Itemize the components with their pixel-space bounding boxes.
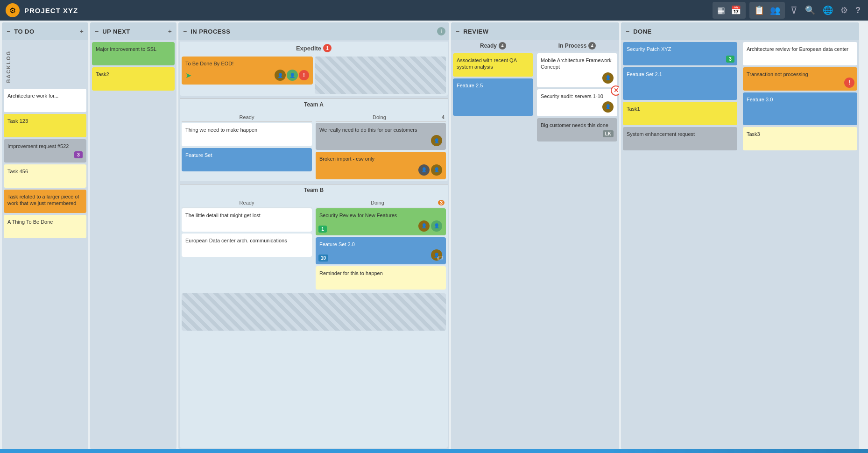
calendar-view-icon[interactable]: 📅 (729, 3, 743, 17)
done-body: Security Patch XYZ 3 Feature Set 2.1 Tas… (621, 40, 859, 449)
header-right: ▦ 📅 📋 👥 ⊽ 🔍 🌐 ⚙ ? (713, 2, 862, 19)
card-ta-ready-1[interactable]: Thing we need to make happen (182, 123, 312, 146)
avatar-ta1: 👤 (431, 135, 442, 146)
inprocess-label: IN PROCESS (191, 28, 230, 35)
team-b-doing-col: Doing 3 Security Review for New Features… (314, 197, 448, 292)
card-todo-4[interactable]: Task 456 (4, 164, 86, 188)
card-todo-2[interactable]: Task 123 (4, 114, 86, 137)
review-ready-label: Ready (480, 42, 497, 49)
review-inprocess-body: Mobile Architecture Framework Concept 👤 … (535, 51, 619, 449)
card-done1-badge: 3 (726, 56, 734, 63)
review-inprocess-header: In Process 4 (535, 40, 619, 51)
team-a-ready-cards: Thing we need to make happen Feature Set (182, 123, 312, 171)
priority-arrow-icon: ➤ (185, 71, 191, 80)
team-a-doing-label: Doing 4 (316, 113, 446, 122)
card-rev-ready-2[interactable]: Feature 2.5 (453, 78, 533, 116)
team-b-ready-cards: The little detail that might get lost Eu… (182, 208, 312, 257)
team-b-ready-label: Ready (182, 198, 312, 207)
review-collapse-btn[interactable]: − (455, 27, 460, 36)
card-upnext-2[interactable]: Task2 (92, 67, 175, 91)
board-view-icon[interactable]: ▦ (715, 3, 727, 17)
card-todo-3[interactable]: Improvement request #522 3 (4, 139, 86, 163)
done-label: DONE (633, 28, 652, 35)
review-body: Ready 4 Associated with recent QA system… (451, 40, 619, 449)
card-done-6[interactable]: Transaction not processing ! (743, 67, 857, 91)
card-ta-ready-2[interactable]: Feature Set (182, 148, 312, 171)
header-left: ⚙ PROJECT XYZ (6, 3, 78, 17)
card-rev-ip-3[interactable]: Big customer needs this done LK (537, 118, 617, 142)
expedite-card-area: To Be Done By EOD! ➤ 👤 👤 ! (182, 57, 313, 94)
done-col-left: Security Patch XYZ 3 Feature Set 2.1 Tas… (621, 40, 739, 449)
review-inprocess-count: 4 (588, 42, 596, 50)
expedite-count: 1 (323, 44, 332, 52)
view-toggle-group: ▦ 📅 (713, 2, 746, 19)
card-expedite-1[interactable]: To Be Done By EOD! ➤ 👤 👤 ! (182, 57, 313, 85)
card-done-3[interactable]: Task1 (623, 102, 737, 125)
card-done-2[interactable]: Feature Set 2.1 (623, 67, 737, 100)
column-review: − REVIEW Ready 4 Associated with recent … (451, 22, 619, 449)
users-icon[interactable]: 👥 (768, 3, 782, 17)
team-a-ready-label: Ready (182, 113, 312, 122)
todo-add-btn[interactable]: + (79, 27, 85, 36)
inprocess-body: Expedite 1 To Be Done By EOD! ➤ 👤 👤 (178, 40, 449, 449)
card-rev-ip-2[interactable]: Security audit: servers 1-10 👤 ✕ (537, 89, 617, 116)
card-tb-doing-2[interactable]: Feature Set 2.0 👤 10 🏷 (316, 237, 446, 264)
tag-icon: 🏷 (437, 254, 443, 262)
team-b-blocked-area (182, 293, 446, 331)
card-done-1[interactable]: Security Patch XYZ 3 (623, 42, 737, 65)
header: ⚙ PROJECT XYZ ▦ 📅 📋 👥 ⊽ 🔍 🌐 ⚙ ? (0, 0, 868, 21)
card-tb-doing-1[interactable]: Security Review for New Features 👤 👤 1 (316, 208, 446, 235)
done-collapse-btn[interactable]: − (625, 27, 630, 36)
card-done-8[interactable]: Task3 (743, 127, 857, 150)
avatar-tb1b: 👤 (431, 220, 442, 232)
card-tb-doing-3[interactable]: Reminder for this to happen (316, 266, 446, 290)
team-b-doing-label: Doing 3 (316, 198, 446, 207)
card-todo-5[interactable]: Task related to a larger piece of work t… (4, 190, 86, 213)
team-b-header: Team B (180, 184, 448, 196)
done-col-right: Architecture review for European data ce… (741, 40, 859, 449)
inprocess-collapse-btn[interactable]: − (182, 27, 188, 36)
card-tb-ready-2[interactable]: European Data center arch. communication… (182, 234, 312, 257)
card-ta-doing-1[interactable]: We really need to do this for our custom… (316, 123, 446, 150)
upnext-add-btn[interactable]: + (167, 27, 173, 36)
card-todo-1[interactable]: Architecture work for... (4, 89, 86, 112)
avatar-tb1: 👤 (418, 220, 430, 232)
filter-icon[interactable]: ⊽ (789, 3, 799, 18)
review-ready-col: Ready 4 Associated with recent QA system… (451, 40, 535, 449)
card-rev-ready-1[interactable]: Associated with recent QA system analysi… (453, 53, 533, 77)
team-b-body: Ready The little detail that might get l… (180, 197, 448, 292)
todo-body: BACKLOG Architecture work for... Task 12… (2, 40, 88, 449)
upnext-body: Major improvement to SSL Task2 (90, 40, 176, 449)
card-todo-3-badge: 3 (74, 151, 83, 158)
card-upnext-1[interactable]: Major improvement to SSL (92, 42, 175, 65)
team-b-section: Team B Ready The little detail that migh… (180, 184, 448, 448)
search-icon[interactable]: 🔍 (803, 3, 817, 17)
expedite-body: To Be Done By EOD! ➤ 👤 👤 ! (180, 55, 448, 96)
app-logo[interactable]: ⚙ (6, 3, 20, 17)
upnext-collapse-btn[interactable]: − (94, 27, 99, 36)
column-todo: − TO DO + BACKLOG Architecture work for.… (2, 22, 88, 449)
team-a-doing-cards: We really need to do this for our custom… (316, 123, 446, 179)
card-done-4[interactable]: System enhancement request (623, 127, 737, 150)
settings-icon[interactable]: ⚙ (839, 3, 850, 17)
reports-icon[interactable]: 📋 (752, 3, 766, 17)
card-tb-ready-1[interactable]: The little detail that might get lost (182, 208, 312, 232)
card-tb2-badge: 10 (318, 255, 328, 262)
alert-icon-done: ! (844, 78, 854, 88)
alert-icon-expedite: ! (299, 70, 309, 80)
column-upnext: − UP NEXT + Major improvement to SSL Tas… (90, 22, 176, 449)
inprocess-info-icon[interactable]: i (437, 27, 445, 35)
card-done-7[interactable]: Feature 3.0 (743, 92, 857, 125)
card-done-5[interactable]: Architecture review for European data ce… (743, 42, 857, 65)
user-tools-group: 📋 👥 (749, 2, 785, 19)
todo-collapse-btn[interactable]: − (6, 27, 11, 36)
card-rev-ip-1[interactable]: Mobile Architecture Framework Concept 👤 (537, 53, 617, 87)
card-ta-doing-2[interactable]: Broken import - csv only 👤 👤 (316, 152, 446, 179)
review-label: REVIEW (463, 28, 488, 35)
close-icon-security-audit[interactable]: ✕ (611, 85, 619, 96)
todo-label: TO DO (14, 28, 34, 35)
help-globe-icon[interactable]: 🌐 (821, 3, 835, 17)
help-icon[interactable]: ? (854, 4, 862, 17)
team-b-doing-cards: Security Review for New Features 👤 👤 1 (316, 208, 446, 290)
card-todo-6[interactable]: A Thing To Be Done (4, 215, 86, 238)
